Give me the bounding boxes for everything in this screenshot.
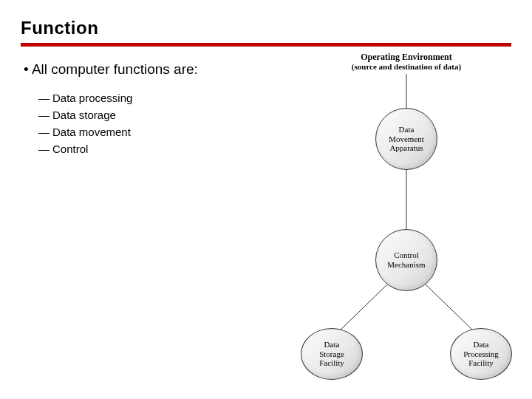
node-data-storage: Data Storage Facility xyxy=(301,328,363,380)
env-label: Operating Environment (source and destin… xyxy=(284,52,528,72)
function-list: Data processing Data storage Data moveme… xyxy=(24,89,276,158)
node-label: Data Processing Facility xyxy=(463,340,499,368)
lead-bullet: All computer functions are: xyxy=(24,60,276,79)
list-item: Data processing xyxy=(38,89,276,106)
list-item: Data storage xyxy=(38,106,276,123)
slide: Function All computer functions are: Dat… xyxy=(0,0,532,399)
title-underline xyxy=(21,43,511,47)
node-label: Data Movement Apparatus xyxy=(389,125,424,153)
content-area: All computer functions are: Data process… xyxy=(21,60,511,158)
node-data-movement: Data Movement Apparatus xyxy=(375,108,437,170)
node-control-mechanism: Control Mechanism xyxy=(375,229,437,291)
node-label: Data Storage Facility xyxy=(319,340,344,368)
env-subtitle: (source and destination of data) xyxy=(284,62,528,72)
list-item: Data movement xyxy=(38,123,276,140)
diagram: Operating Environment (source and destin… xyxy=(284,52,528,384)
svg-line-2 xyxy=(336,284,388,334)
env-title: Operating Environment xyxy=(284,52,528,62)
text-column: All computer functions are: Data process… xyxy=(21,60,276,158)
slide-title: Function xyxy=(21,18,511,43)
node-data-processing: Data Processing Facility xyxy=(450,328,512,380)
node-label: Control Mechanism xyxy=(387,250,425,269)
list-item: Control xyxy=(38,140,276,157)
svg-line-3 xyxy=(425,284,477,334)
